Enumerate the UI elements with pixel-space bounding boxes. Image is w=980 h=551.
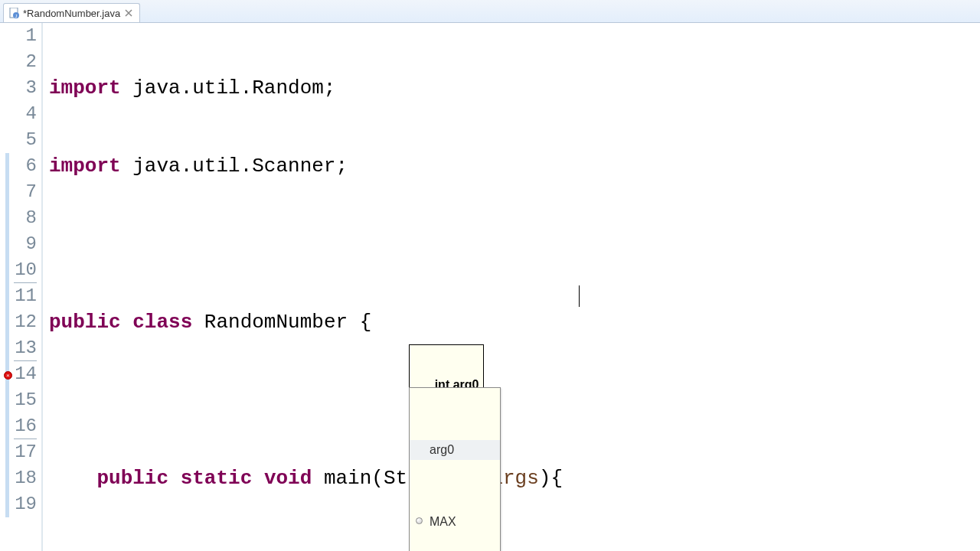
svg-text:J: J [15, 14, 17, 18]
autocomplete-item[interactable]: MAX [410, 512, 500, 532]
close-tab-icon[interactable] [124, 8, 133, 18]
autocomplete-item[interactable]: arg0 [410, 440, 500, 460]
code-content[interactable]: import java.util.Random; import java.uti… [43, 23, 980, 551]
java-file-icon: J [8, 8, 19, 18]
error-marker[interactable]: × [4, 371, 12, 380]
marker-gutter: × [0, 23, 14, 551]
autocomplete-popup[interactable]: arg0 MAX guess answer 0 [409, 387, 501, 551]
code-editor[interactable]: × 1 2 3 4 5 6 7 8 9 10 11 12 13 14 15 16… [0, 23, 980, 551]
text-caret [579, 285, 580, 307]
variable-icon [416, 517, 423, 524]
tab-title: *RandomNumber.java [23, 8, 120, 19]
editor-tab[interactable]: J *RandomNumber.java [3, 3, 140, 22]
line-number-gutter: 1 2 3 4 5 6 7 8 9 10 11 12 13 14 15 16 1… [14, 23, 43, 551]
tab-bar: J *RandomNumber.java [0, 0, 980, 23]
